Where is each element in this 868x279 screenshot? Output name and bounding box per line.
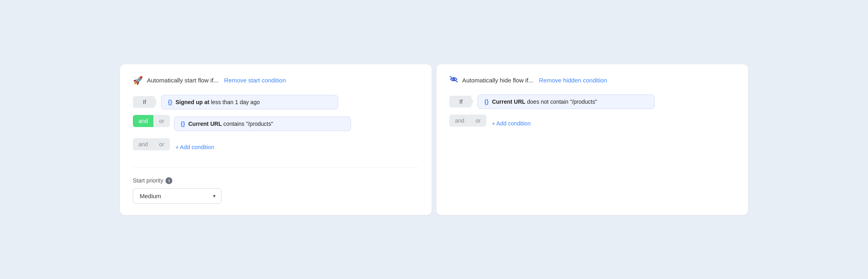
curly-icon-1: {} <box>168 99 172 105</box>
info-icon: i <box>165 177 172 184</box>
left-and-or-2: and or <box>133 138 170 150</box>
hide-icon <box>449 76 458 85</box>
left-and-btn-1[interactable]: and <box>133 115 153 127</box>
right-or-btn-1[interactable]: or <box>470 115 486 127</box>
priority-select-wrapper: Low Medium High ▾ <box>133 188 221 204</box>
right-condition-1-bold: Current URL <box>492 98 525 105</box>
left-condition-row-3: and or + Add condition <box>133 138 419 156</box>
curly-icon-2: {} <box>181 121 185 127</box>
right-if-badge-1: If <box>449 96 473 108</box>
priority-select[interactable]: Low Medium High <box>133 188 221 204</box>
left-panel-title: Automatically start flow if... <box>147 77 219 84</box>
left-if-badge-1: If <box>133 96 157 108</box>
left-and-btn-2[interactable]: and <box>133 138 153 150</box>
priority-label-text: Start priority <box>133 177 163 184</box>
left-or-btn-1[interactable]: or <box>153 115 169 127</box>
curly-icon-right-1: {} <box>484 98 489 105</box>
left-condition-row-1: If {} Signed up at less than 1 day ago <box>133 95 419 109</box>
right-and-btn-1[interactable]: and <box>449 115 470 127</box>
left-condition-2-text: Current URL contains "/products" <box>188 121 273 127</box>
left-condition-1-regular: less than 1 day ago <box>209 99 260 105</box>
left-add-condition-button[interactable]: + Add condition <box>176 141 214 153</box>
right-and-or-1: and or <box>449 115 486 127</box>
left-and-or-1: and or <box>133 115 170 127</box>
left-panel: 🚀 Automatically start flow if... Remove … <box>120 64 432 215</box>
right-panel-header: Automatically hide flow if... Remove hid… <box>449 76 735 85</box>
left-condition-row-2: and or {} Current URL contains "/product… <box>133 115 419 133</box>
priority-section: Start priority i Low Medium High ▾ <box>133 167 419 204</box>
left-panel-header: 🚀 Automatically start flow if... Remove … <box>133 76 419 85</box>
right-condition-1-regular: does not contain "/products" <box>525 98 597 105</box>
left-condition-pill-2[interactable]: {} Current URL contains "/products" <box>174 117 351 131</box>
right-add-condition-button[interactable]: + Add condition <box>492 117 531 129</box>
right-condition-row-1: If {} Current URL does not contain "/pro… <box>449 94 735 109</box>
remove-hidden-condition-link[interactable]: Remove hidden condition <box>539 77 607 84</box>
right-panel: Automatically hide flow if... Remove hid… <box>436 64 748 215</box>
right-panel-title: Automatically hide flow if... <box>462 77 533 84</box>
priority-label: Start priority i <box>133 177 419 184</box>
left-condition-pill-1[interactable]: {} Signed up at less than 1 day ago <box>161 95 338 109</box>
left-condition-1-bold: Signed up at <box>176 99 209 105</box>
left-condition-2-bold: Current URL <box>188 121 222 127</box>
right-condition-pill-1[interactable]: {} Current URL does not contain "/produc… <box>477 94 655 109</box>
right-condition-1-text: Current URL does not contain "/products" <box>492 98 597 105</box>
left-condition-2-regular: contains "/products" <box>222 121 273 127</box>
left-or-btn-2[interactable]: or <box>153 138 169 150</box>
main-container: 🚀 Automatically start flow if... Remove … <box>120 64 748 215</box>
right-condition-row-2: and or + Add condition <box>449 115 735 132</box>
rocket-icon: 🚀 <box>133 76 143 85</box>
left-condition-1-text: Signed up at less than 1 day ago <box>176 99 260 105</box>
remove-start-condition-link[interactable]: Remove start condition <box>224 77 286 84</box>
